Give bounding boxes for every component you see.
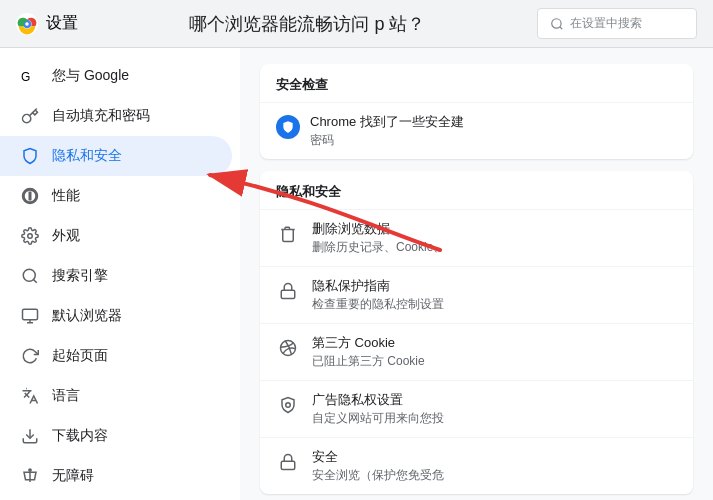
main-content: G 您与 Google 自动填充和密码 隐私和安全 bbox=[0, 48, 713, 500]
sidebar-item-privacy[interactable]: 隐私和安全 bbox=[0, 136, 232, 176]
privacy-guide-icon bbox=[276, 279, 300, 303]
cookie-text: 第三方 Cookie 已阻止第三方 Cookie bbox=[312, 334, 677, 370]
appearance-icon bbox=[20, 226, 40, 246]
sidebar-item-browser[interactable]: 默认浏览器 bbox=[0, 296, 232, 336]
sidebar-item-appearance[interactable]: 外观 bbox=[0, 216, 232, 256]
sidebar-item-search[interactable]: 搜索引擎 bbox=[0, 256, 232, 296]
svg-rect-17 bbox=[281, 290, 295, 298]
sidebar-item-accessibility[interactable]: 无障碍 bbox=[0, 456, 232, 496]
clear-data-title: 删除浏览数据 bbox=[312, 220, 677, 238]
language-icon bbox=[20, 386, 40, 406]
safety-shield-icon bbox=[276, 115, 300, 139]
svg-rect-10 bbox=[23, 309, 38, 320]
safety-check-item-text: Chrome 找到了一些安全建 密码 bbox=[310, 113, 677, 149]
sidebar-label-performance: 性能 bbox=[52, 187, 80, 205]
sidebar-item-language[interactable]: 语言 bbox=[0, 376, 232, 416]
safety-check-item-title: Chrome 找到了一些安全建 bbox=[310, 113, 677, 131]
sidebar-label-language: 语言 bbox=[52, 387, 80, 405]
sidebar-item-performance[interactable]: 性能 bbox=[0, 176, 232, 216]
sidebar-item-google[interactable]: G 您与 Google bbox=[0, 56, 232, 96]
security-desc: 安全浏览（保护您免受危 bbox=[312, 467, 677, 484]
clear-data-text: 删除浏览数据 删除历史记录、Cookie、 bbox=[312, 220, 677, 256]
svg-rect-20 bbox=[281, 461, 295, 469]
privacy-guide-desc: 检查重要的隐私控制设置 bbox=[312, 296, 677, 313]
chrome-logo-icon bbox=[16, 13, 38, 35]
clear-data-desc: 删除历史记录、Cookie、 bbox=[312, 239, 677, 256]
svg-point-7 bbox=[28, 234, 33, 239]
security-title: 安全 bbox=[312, 448, 677, 466]
cookie-title: 第三方 Cookie bbox=[312, 334, 677, 352]
sidebar-item-autofill[interactable]: 自动填充和密码 bbox=[0, 96, 232, 136]
sidebar-label-autofill: 自动填充和密码 bbox=[52, 107, 150, 125]
safety-check-section: 安全检查 Chrome 找到了一些安全建 密码 bbox=[260, 64, 693, 159]
security-text: 安全 安全浏览（保护您免受危 bbox=[312, 448, 677, 484]
sidebar-label-search: 搜索引擎 bbox=[52, 267, 108, 285]
sidebar-item-system[interactable]: 系统 bbox=[0, 496, 232, 500]
cookie-icon bbox=[276, 336, 300, 360]
page-title: 哪个浏览器能流畅访问 p 站？ bbox=[78, 12, 537, 36]
sidebar-label-browser: 默认浏览器 bbox=[52, 307, 122, 325]
search-icon bbox=[550, 17, 564, 31]
sidebar-label-accessibility: 无障碍 bbox=[52, 467, 94, 485]
lock-icon bbox=[276, 450, 300, 474]
sidebar-item-startup[interactable]: 起始页面 bbox=[0, 336, 232, 376]
svg-line-9 bbox=[33, 279, 36, 282]
settings-label: 设置 bbox=[46, 13, 78, 34]
trash-icon bbox=[276, 222, 300, 246]
search-placeholder: 在设置中搜索 bbox=[570, 15, 642, 32]
svg-point-3 bbox=[25, 22, 29, 26]
search-box[interactable]: 在设置中搜索 bbox=[537, 8, 697, 39]
cookie-item[interactable]: 第三方 Cookie 已阻止第三方 Cookie bbox=[260, 323, 693, 380]
sidebar-label-privacy: 隐私和安全 bbox=[52, 147, 122, 165]
google-icon: G bbox=[20, 66, 40, 86]
svg-point-8 bbox=[23, 269, 35, 281]
performance-icon bbox=[20, 186, 40, 206]
ad-privacy-title: 广告隐私权设置 bbox=[312, 391, 677, 409]
cookie-desc: 已阻止第三方 Cookie bbox=[312, 353, 677, 370]
sidebar-label-downloads: 下载内容 bbox=[52, 427, 108, 445]
svg-text:G: G bbox=[21, 70, 30, 84]
svg-line-5 bbox=[560, 26, 563, 29]
safety-check-item-desc: 密码 bbox=[310, 132, 677, 149]
sidebar-label-startup: 起始页面 bbox=[52, 347, 108, 365]
svg-point-14 bbox=[29, 469, 31, 471]
ad-privacy-item[interactable]: 广告隐私权设置 自定义网站可用来向您投 bbox=[260, 380, 693, 437]
ad-privacy-desc: 自定义网站可用来向您投 bbox=[312, 410, 677, 427]
sidebar-label-appearance: 外观 bbox=[52, 227, 80, 245]
clear-data-item[interactable]: 删除浏览数据 删除历史记录、Cookie、 bbox=[260, 209, 693, 266]
security-item[interactable]: 安全 安全浏览（保护您免受危 bbox=[260, 437, 693, 494]
search-engine-icon bbox=[20, 266, 40, 286]
svg-point-4 bbox=[552, 18, 561, 27]
downloads-icon bbox=[20, 426, 40, 446]
svg-point-19 bbox=[286, 403, 291, 408]
ad-privacy-icon bbox=[276, 393, 300, 417]
privacy-security-title: 隐私和安全 bbox=[260, 171, 693, 209]
settings-title: 设置 bbox=[16, 13, 78, 35]
browser-icon bbox=[20, 306, 40, 326]
accessibility-icon bbox=[20, 466, 40, 486]
shield-icon bbox=[20, 146, 40, 166]
right-panel: 安全检查 Chrome 找到了一些安全建 密码 隐私和安全 bbox=[240, 48, 713, 500]
sidebar: G 您与 Google 自动填充和密码 隐私和安全 bbox=[0, 48, 240, 500]
safety-check-item[interactable]: Chrome 找到了一些安全建 密码 bbox=[260, 102, 693, 159]
privacy-guide-text: 隐私保护指南 检查重要的隐私控制设置 bbox=[312, 277, 677, 313]
sidebar-item-downloads[interactable]: 下载内容 bbox=[0, 416, 232, 456]
startup-icon bbox=[20, 346, 40, 366]
privacy-guide-item[interactable]: 隐私保护指南 检查重要的隐私控制设置 bbox=[260, 266, 693, 323]
key-icon bbox=[20, 106, 40, 126]
sidebar-label-google: 您与 Google bbox=[52, 67, 129, 85]
safety-check-title: 安全检查 bbox=[260, 64, 693, 102]
top-bar: 设置 哪个浏览器能流畅访问 p 站？ 在设置中搜索 bbox=[0, 0, 713, 48]
privacy-security-section: 隐私和安全 删除浏览数据 删除历史记录、Cookie、 bbox=[260, 171, 693, 494]
ad-privacy-text: 广告隐私权设置 自定义网站可用来向您投 bbox=[312, 391, 677, 427]
privacy-guide-title: 隐私保护指南 bbox=[312, 277, 677, 295]
